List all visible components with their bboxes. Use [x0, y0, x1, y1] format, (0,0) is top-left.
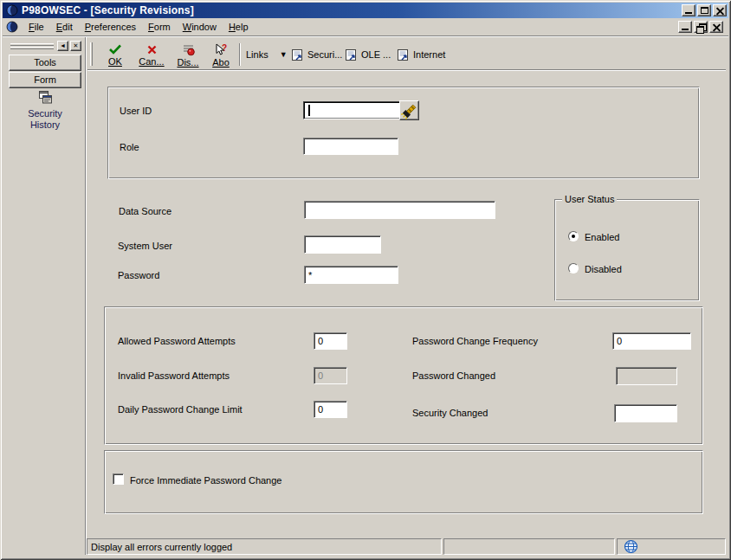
toolbar-gripper[interactable]	[90, 42, 93, 66]
sidebar-close-button[interactable]: ✕	[70, 41, 81, 51]
toolbar-separator	[239, 43, 241, 66]
display-errors-button[interactable]: Dis...	[171, 41, 204, 69]
sidebar-item-label: Security History	[18, 108, 72, 131]
security-changed-label: Security Changed	[412, 408, 488, 419]
window-title: P98OWSEC - [Security Revisions]	[22, 4, 194, 16]
mdi-system-icon[interactable]	[6, 21, 18, 33]
password-label: Password	[118, 270, 159, 281]
cancel-button[interactable]: Can...	[133, 41, 170, 69]
security-exit-icon	[291, 48, 303, 61]
ole-icon	[345, 48, 357, 61]
password-change-frequency-label: Password Change Frequency	[412, 336, 538, 347]
minimize-icon	[685, 12, 692, 14]
ok-check-icon	[108, 44, 122, 55]
maximize-button[interactable]	[697, 4, 711, 16]
menu-item-form[interactable]: Form	[142, 20, 177, 34]
force-change-label[interactable]: Force Immediate Password Change	[130, 475, 281, 486]
data-source-input[interactable]	[304, 201, 495, 219]
minimize-button[interactable]	[682, 4, 695, 16]
mdi-restore-icon	[696, 23, 706, 31]
user-id-input[interactable]	[303, 101, 403, 119]
close-icon	[716, 7, 724, 15]
password-changed-input	[616, 367, 677, 385]
user-status-legend: User Status	[562, 194, 617, 204]
menu-item-file[interactable]: File	[23, 20, 50, 34]
mdi-restore-button[interactable]	[694, 21, 708, 33]
user-status-groupbox: User Status	[554, 194, 700, 301]
internet-exit-button[interactable]: Internet	[397, 45, 445, 64]
ole-exit-button[interactable]: OLE ...	[345, 45, 391, 64]
password-changed-label: Password Changed	[412, 370, 495, 382]
status-panel-2	[443, 538, 615, 555]
daily-password-change-limit-input[interactable]	[314, 401, 347, 418]
maximize-icon	[701, 7, 708, 14]
about-button[interactable]: ? Abo	[206, 41, 236, 69]
links-label: Links	[246, 49, 268, 60]
password-input[interactable]	[304, 266, 398, 284]
sidebar: ◄ ✕ Tools Form Security History	[7, 38, 84, 554]
menu-item-preferences[interactable]: Preferences	[79, 20, 142, 34]
tab-form[interactable]: Form	[9, 72, 81, 88]
tab-tools[interactable]: Tools	[9, 55, 81, 71]
allowed-password-attempts-label: Allowed Password Attempts	[118, 336, 236, 347]
status-message: Display all errors currently logged	[91, 542, 232, 552]
user-id-label: User ID	[120, 106, 152, 117]
links-dropdown[interactable]: Links ▼	[246, 45, 288, 64]
mdi-close-button[interactable]	[709, 21, 723, 33]
menu-item-edit[interactable]: Edit	[50, 20, 79, 34]
enabled-radio-label[interactable]: Enabled	[585, 232, 619, 243]
mdi-minimize-icon	[682, 29, 689, 30]
password-change-frequency-input[interactable]	[612, 332, 691, 350]
visual-assist-button[interactable]	[399, 100, 419, 120]
system-user-label: System User	[118, 241, 172, 252]
disabled-radio[interactable]	[568, 263, 579, 274]
toolbar-divider	[87, 69, 726, 71]
system-user-input[interactable]	[304, 235, 381, 254]
allowed-password-attempts-input[interactable]	[314, 332, 347, 350]
sidebar-item-security-history[interactable]: Security History	[9, 90, 81, 131]
text-caret	[308, 105, 310, 116]
enabled-radio[interactable]	[568, 231, 579, 241]
sidebar-scroll-button[interactable]: ◄	[57, 41, 68, 51]
sidebar-main-divider	[85, 37, 87, 555]
data-source-label: Data Source	[119, 206, 171, 217]
app-icon[interactable]	[6, 4, 18, 16]
mdi-minimize-button[interactable]	[678, 21, 692, 33]
daily-password-change-limit-label: Daily Password Change Limit	[118, 404, 243, 415]
menu-item-window[interactable]: Window	[177, 20, 223, 34]
force-change-checkbox[interactable]	[113, 473, 124, 485]
invalid-password-attempts-input	[314, 367, 347, 384]
titlebar[interactable]: P98OWSEC - [Security Revisions]	[3, 3, 728, 18]
security-exit-button[interactable]: Securi...	[291, 45, 342, 64]
display-errors-icon	[182, 43, 195, 56]
ok-button[interactable]: OK	[99, 41, 132, 69]
mdi-close-icon	[713, 23, 721, 31]
status-message-panel: Display all errors currently logged	[87, 538, 442, 555]
svg-text:?: ?	[222, 43, 227, 53]
links-dropdown-icon: ▼	[280, 51, 288, 59]
close-button[interactable]	[713, 4, 727, 16]
flashlight-icon	[400, 101, 419, 120]
security-changed-input[interactable]	[614, 404, 677, 422]
about-icon: ?	[214, 43, 228, 56]
role-label: Role	[120, 142, 139, 153]
menubar: File Edit Preferences Form Window Help	[3, 19, 728, 35]
app-window: P98OWSEC - [Security Revisions] File Edi…	[0, 0, 731, 560]
status-panel-3	[617, 538, 726, 555]
menu-item-help[interactable]: Help	[223, 20, 255, 34]
security-history-icon	[38, 90, 53, 105]
internet-icon	[397, 48, 409, 61]
invalid-password-attempts-label: Invalid Password Attempts	[118, 370, 230, 382]
sidebar-gripper[interactable]: ◄ ✕	[9, 40, 81, 52]
disabled-radio-label[interactable]: Disabled	[585, 264, 622, 275]
globe-icon	[624, 539, 638, 554]
role-input[interactable]	[303, 138, 398, 155]
sidebar-grip-lines	[9, 42, 55, 50]
menubar-divider	[3, 35, 728, 37]
cancel-x-icon	[146, 44, 158, 55]
